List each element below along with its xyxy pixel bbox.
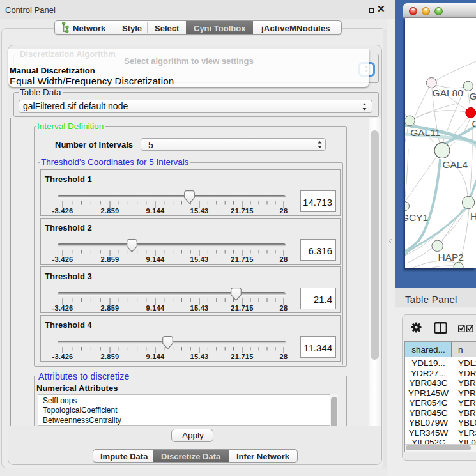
svg-text:GAL80: GAL80	[433, 88, 464, 98]
svg-text:H: H	[470, 211, 476, 222]
svg-text:HAP2: HAP2	[438, 252, 464, 263]
svg-text:G.: G.	[469, 91, 476, 102]
svg-text:GAL4: GAL4	[442, 159, 468, 170]
svg-text:C: C	[472, 118, 476, 129]
svg-text:GCY1: GCY1	[405, 212, 428, 223]
svg-text:GAL11: GAL11	[410, 127, 440, 138]
